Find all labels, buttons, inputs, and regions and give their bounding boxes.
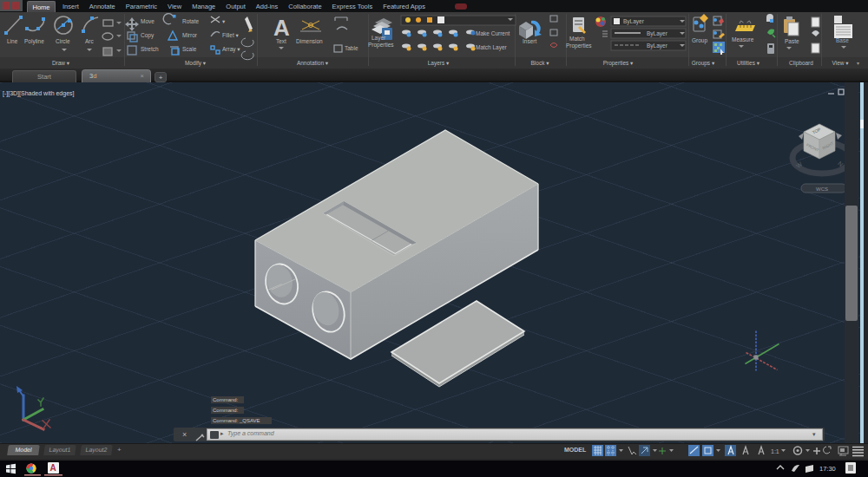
svg-text:Match: Match bbox=[569, 36, 585, 42]
svg-text:Polyline: Polyline bbox=[24, 38, 44, 45]
svg-text:Dimension: Dimension bbox=[296, 38, 323, 44]
svg-text:Layer: Layer bbox=[372, 35, 386, 42]
svg-text:Rotate: Rotate bbox=[182, 18, 200, 24]
svg-text:Line: Line bbox=[7, 38, 18, 44]
svg-text:Stretch: Stretch bbox=[141, 46, 159, 52]
svg-text:WCS: WCS bbox=[816, 186, 828, 192]
svg-text:Array ▾: Array ▾ bbox=[222, 46, 240, 53]
svg-text:Insert: Insert bbox=[523, 38, 536, 44]
svg-text:ByLayer: ByLayer bbox=[647, 30, 668, 37]
svg-text:Properties: Properties bbox=[368, 42, 394, 49]
svg-text:Properties: Properties bbox=[566, 42, 592, 49]
svg-text:ByLayer: ByLayer bbox=[647, 42, 668, 49]
svg-text:Text: Text bbox=[276, 38, 286, 44]
svg-text:Arc: Arc bbox=[85, 38, 95, 44]
svg-text:Measure: Measure bbox=[732, 36, 754, 42]
svg-text:▾: ▾ bbox=[857, 61, 859, 66]
svg-text:Base: Base bbox=[836, 37, 849, 43]
svg-text:Copy: Copy bbox=[141, 32, 155, 39]
svg-text:A: A bbox=[50, 463, 56, 473]
svg-text:Move: Move bbox=[141, 18, 155, 24]
svg-text:Group: Group bbox=[692, 37, 707, 44]
svg-text:Table: Table bbox=[345, 45, 358, 51]
svg-text:17:30: 17:30 bbox=[819, 465, 836, 473]
svg-text:ByLayer: ByLayer bbox=[623, 18, 645, 25]
svg-text:Fillet ▾: Fillet ▾ bbox=[222, 32, 240, 38]
svg-text:Make Current: Make Current bbox=[476, 30, 510, 36]
svg-text:Paste: Paste bbox=[785, 38, 799, 44]
svg-text:Mirror: Mirror bbox=[182, 32, 198, 38]
svg-text:Scale: Scale bbox=[182, 46, 197, 52]
svg-text:A: A bbox=[273, 15, 290, 41]
svg-text:Match Layer: Match Layer bbox=[476, 44, 508, 51]
svg-text:▾: ▾ bbox=[222, 18, 226, 24]
svg-text:1:1: 1:1 bbox=[771, 448, 779, 454]
svg-text:Circle: Circle bbox=[56, 38, 70, 44]
